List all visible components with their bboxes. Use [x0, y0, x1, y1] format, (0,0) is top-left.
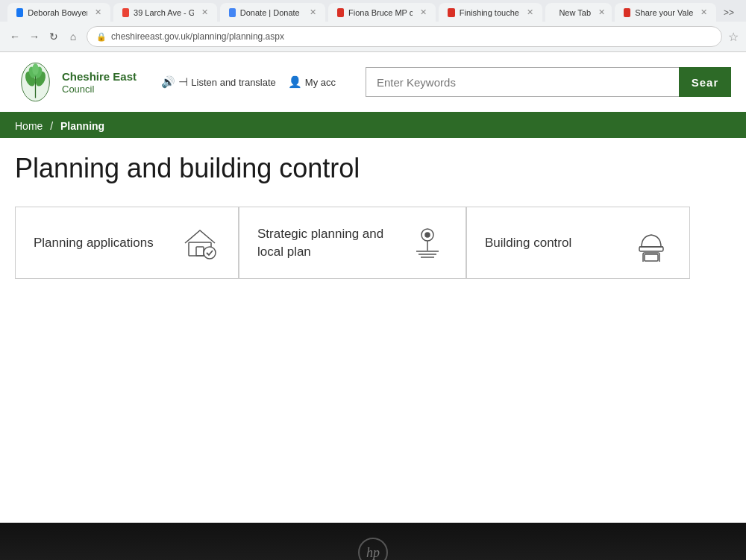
- svg-point-9: [204, 247, 216, 259]
- tab-finishing[interactable]: Finishing touches b... ✕: [439, 3, 542, 22]
- planning-applications-label: Planning applications: [34, 234, 154, 252]
- address-bar[interactable]: 🔒 cheshireeast.gov.uk/planning/planning.…: [87, 26, 722, 47]
- tab-label-deborah: Deborah Bowyer |T...: [28, 8, 87, 17]
- volume-icon: 🔊: [161, 75, 175, 89]
- more-tabs-btn[interactable]: >>: [719, 7, 739, 18]
- tab-favicon-donate: [229, 8, 236, 17]
- tab-valentine[interactable]: Share your Valentin... ✕: [615, 3, 716, 22]
- site-header: Cheshire East Council 🔊 ⊣ Listen and tra…: [0, 52, 746, 114]
- account-btn[interactable]: 👤 My acc: [288, 75, 336, 89]
- security-icon: 🔒: [96, 32, 107, 42]
- nav-icons: ← → ↻ ⌂: [7, 29, 81, 44]
- svg-rect-16: [639, 247, 663, 251]
- tab-favicon-deborah: [16, 8, 23, 17]
- tab-newtab[interactable]: New Tab ✕: [545, 3, 612, 22]
- back-button[interactable]: ←: [7, 29, 22, 44]
- hard-hat-icon: [630, 222, 671, 263]
- tab-favicon-fiona: [337, 8, 344, 17]
- logo-area: Cheshire East Council: [15, 60, 137, 104]
- svg-point-11: [425, 233, 430, 237]
- tab-close-fiona[interactable]: ✕: [420, 7, 427, 17]
- tab-deborah[interactable]: Deborah Bowyer |T... ✕: [7, 3, 110, 22]
- house-check-icon: [179, 222, 220, 263]
- listen-translate-btn[interactable]: 🔊 ⊣ Listen and translate: [161, 75, 275, 89]
- tab-label-valentine: Share your Valentin...: [635, 8, 693, 17]
- laptop-bezel: hp: [0, 523, 746, 560]
- bookmark-star[interactable]: ☆: [728, 30, 739, 44]
- logo-image: [15, 60, 56, 104]
- tab-close-donate[interactable]: ✕: [310, 7, 316, 17]
- building-control-label: Building control: [485, 234, 571, 252]
- translate-icon: ⊣: [178, 75, 188, 89]
- svg-rect-18: [645, 254, 658, 261]
- tab-close-newtab[interactable]: ✕: [598, 7, 605, 17]
- tab-donate[interactable]: Donate | Donate onl... ✕: [220, 3, 325, 22]
- strategic-planning-label: Strategic planning and local plan: [257, 225, 407, 261]
- tab-label-fiona: Fiona Bruce MP cuts...: [348, 8, 413, 17]
- header-tools: 🔊 ⊣ Listen and translate 👤 My acc: [161, 75, 336, 89]
- tab-label-maps: 39 Larch Ave - Goo...: [134, 8, 193, 17]
- search-input[interactable]: [366, 67, 679, 97]
- listen-label: Listen and translate: [191, 77, 275, 88]
- tab-label-newtab: New Tab: [559, 8, 591, 17]
- refresh-button[interactable]: ↻: [46, 29, 61, 44]
- logo-line1: Cheshire East: [62, 69, 137, 84]
- tab-label-finishing: Finishing touches b...: [460, 8, 520, 17]
- tab-close-finishing[interactable]: ✕: [527, 7, 533, 17]
- tab-maps[interactable]: 39 Larch Ave - Goo... ✕: [113, 3, 217, 22]
- account-icon: 👤: [288, 75, 302, 89]
- breadcrumb-home[interactable]: Home: [15, 120, 43, 132]
- logo-text-area: Cheshire East Council: [62, 69, 137, 95]
- page-content: Planning and building control Planning a…: [0, 138, 746, 294]
- tab-favicon-maps: [122, 8, 129, 17]
- tab-close-valentine[interactable]: ✕: [700, 7, 707, 17]
- header-right: 🔊 ⊣ Listen and translate 👤 My acc Sear: [137, 67, 731, 97]
- address-text: cheshireeast.gov.uk/planning/planning.as…: [111, 31, 284, 42]
- home-button[interactable]: ⌂: [66, 29, 81, 44]
- breadcrumb-current: Planning: [60, 120, 104, 132]
- hp-logo: hp: [358, 538, 388, 560]
- tab-label-donate: Donate | Donate onl...: [240, 8, 302, 17]
- website: Cheshire East Council 🔊 ⊣ Listen and tra…: [0, 52, 746, 523]
- strategic-planning-card[interactable]: Strategic planning and local plan: [239, 207, 466, 279]
- browser-chrome: Deborah Bowyer |T... ✕ 39 Larch Ave - Go…: [0, 0, 746, 52]
- service-cards-row: Planning applications Stra: [15, 207, 731, 279]
- search-area: Sear: [366, 67, 731, 97]
- page-title: Planning and building control: [15, 153, 731, 184]
- tab-favicon-finishing: [448, 8, 454, 17]
- tabs-bar: Deborah Bowyer |T... ✕ 39 Larch Ave - Go…: [0, 0, 746, 22]
- planning-applications-card[interactable]: Planning applications: [15, 207, 239, 279]
- breadcrumb-separator: /: [50, 120, 53, 132]
- tab-close-maps[interactable]: ✕: [201, 7, 208, 17]
- tab-favicon-valentine: [624, 8, 630, 17]
- breadcrumb: Home / Planning: [15, 120, 731, 132]
- forward-button[interactable]: →: [27, 29, 42, 44]
- building-control-card[interactable]: Building control: [466, 207, 690, 279]
- breadcrumb-bar: Home / Planning: [0, 114, 746, 138]
- location-pyramid-icon: [407, 222, 448, 263]
- tab-fiona[interactable]: Fiona Bruce MP cuts... ✕: [328, 3, 436, 22]
- tab-close-deborah[interactable]: ✕: [95, 7, 101, 17]
- svg-rect-8: [196, 247, 204, 256]
- logo-line2: Council: [62, 84, 137, 95]
- svg-point-6: [32, 63, 39, 75]
- account-label: My acc: [305, 77, 336, 88]
- hp-text: hp: [366, 545, 380, 561]
- browser-toolbar: ← → ↻ ⌂ 🔒 cheshireeast.gov.uk/planning/p…: [0, 22, 746, 51]
- search-button[interactable]: Sear: [679, 67, 731, 97]
